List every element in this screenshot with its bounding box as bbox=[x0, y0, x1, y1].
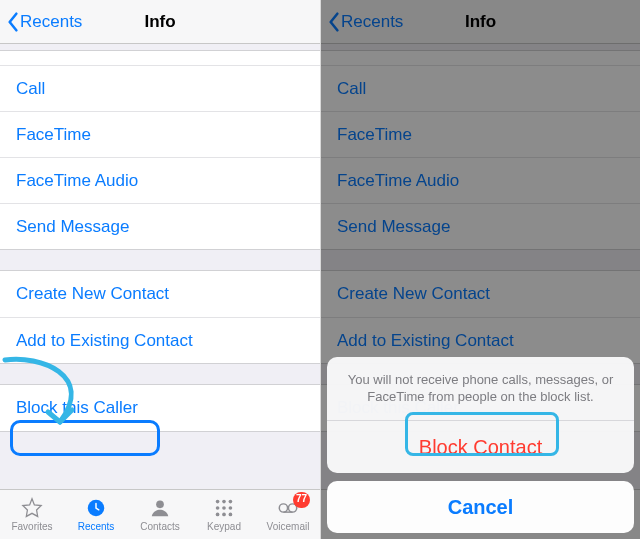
cancel-button[interactable]: Cancel bbox=[327, 481, 634, 533]
svg-point-9 bbox=[222, 513, 226, 517]
star-icon bbox=[20, 497, 44, 519]
phone-right: Recents Info Call FaceTime FaceTime Audi… bbox=[320, 0, 640, 539]
facetime-audio-row[interactable]: FaceTime Audio bbox=[0, 157, 320, 203]
phone-left: Recents Info Call FaceTime FaceTime Audi… bbox=[0, 0, 320, 539]
person-icon bbox=[148, 497, 172, 519]
contact-group: Create New Contact Add to Existing Conta… bbox=[0, 270, 320, 364]
tab-contacts[interactable]: Contacts bbox=[128, 490, 192, 539]
create-contact-row[interactable]: Create New Contact bbox=[0, 271, 320, 317]
action-sheet: You will not receive phone calls, messag… bbox=[327, 357, 634, 533]
keypad-icon bbox=[212, 497, 236, 519]
call-row[interactable]: Call bbox=[0, 65, 320, 111]
nav-bar: Recents Info bbox=[0, 0, 320, 44]
chevron-left-icon bbox=[6, 12, 20, 32]
facetime-row[interactable]: FaceTime bbox=[0, 111, 320, 157]
svg-point-1 bbox=[156, 500, 164, 508]
svg-point-5 bbox=[216, 506, 220, 510]
truncated-row bbox=[0, 51, 320, 65]
svg-point-7 bbox=[229, 506, 233, 510]
screenshot-pair: Recents Info Call FaceTime FaceTime Audi… bbox=[0, 0, 640, 539]
svg-point-11 bbox=[279, 504, 287, 512]
svg-point-8 bbox=[216, 513, 220, 517]
actions-group: Call FaceTime FaceTime Audio Send Messag… bbox=[0, 50, 320, 250]
action-sheet-message: You will not receive phone calls, messag… bbox=[327, 357, 634, 421]
svg-point-6 bbox=[222, 506, 226, 510]
svg-point-3 bbox=[222, 500, 226, 504]
block-group: Block this Caller bbox=[0, 384, 320, 432]
svg-point-2 bbox=[216, 500, 220, 504]
svg-point-10 bbox=[229, 513, 233, 517]
tab-bar: Favorites Recents Contacts Keypad bbox=[0, 489, 320, 539]
tab-favorites[interactable]: Favorites bbox=[0, 490, 64, 539]
action-sheet-body: You will not receive phone calls, messag… bbox=[327, 357, 634, 473]
tab-keypad[interactable]: Keypad bbox=[192, 490, 256, 539]
block-contact-button[interactable]: Block Contact bbox=[327, 421, 634, 473]
voicemail-badge: 77 bbox=[293, 492, 310, 508]
add-existing-contact-row[interactable]: Add to Existing Contact bbox=[0, 317, 320, 363]
tab-recents[interactable]: Recents bbox=[64, 490, 128, 539]
back-button[interactable]: Recents bbox=[0, 12, 82, 32]
back-label: Recents bbox=[20, 12, 82, 32]
scroll-content: Call FaceTime FaceTime Audio Send Messag… bbox=[0, 50, 320, 432]
tab-voicemail[interactable]: Voicemail 77 bbox=[256, 490, 320, 539]
svg-point-4 bbox=[229, 500, 233, 504]
block-caller-row[interactable]: Block this Caller bbox=[0, 385, 320, 431]
send-message-row[interactable]: Send Message bbox=[0, 203, 320, 249]
clock-icon bbox=[84, 497, 108, 519]
